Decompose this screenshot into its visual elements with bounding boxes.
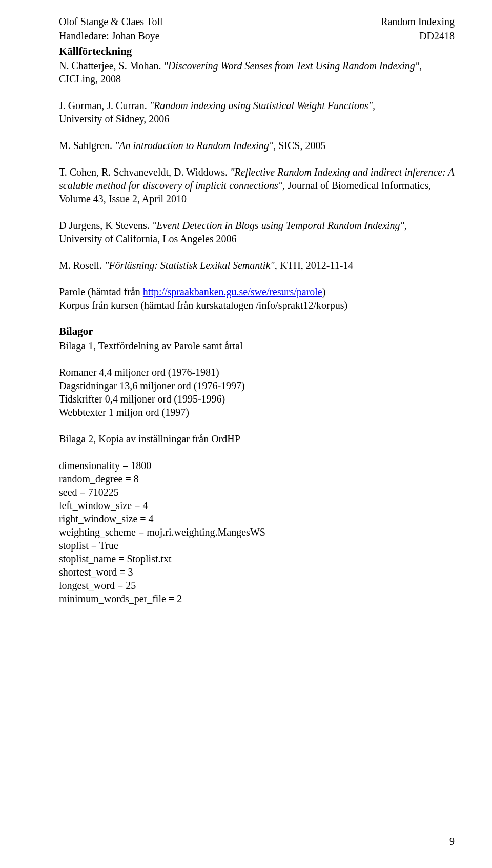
bibliography-heading: Källförteckning bbox=[59, 45, 455, 58]
ref-5: D Jurgens, K Stevens. "Event Detection i… bbox=[59, 219, 455, 245]
bilaga2-title: Bilaga 2, Kopia av inställningar från Or… bbox=[59, 432, 455, 446]
ref-6: M. Rosell. "Förläsning: Statistisk Lexik… bbox=[59, 259, 455, 272]
parole-post: ) bbox=[322, 286, 326, 298]
bilaga1-line4: Webbtexter 1 miljon ord (1997) bbox=[59, 406, 455, 419]
page-number: 9 bbox=[449, 836, 455, 848]
ref-1: N. Chatterjee, S. Mohan. "Discovering Wo… bbox=[59, 59, 455, 86]
bilaga1-title: Bilaga 1, Textfördelning av Parole samt … bbox=[59, 339, 455, 352]
ref-3-venue: SICS, 2005 bbox=[276, 140, 325, 151]
attachments-heading: Bilagor bbox=[59, 325, 455, 338]
ref-3-author: M. Sahlgren. bbox=[59, 140, 115, 151]
ref-1-title: "Discovering Word Senses from Text Using… bbox=[163, 60, 422, 71]
ref-4-author: T. Cohen, R. Schvaneveldt, D. Widdows. bbox=[59, 166, 230, 178]
parole-line1: Parole (hämtad från http://spraakbanken.… bbox=[59, 285, 455, 299]
ref-3: M. Sahlgren. "An introduction to Random … bbox=[59, 139, 455, 152]
ref-4: T. Cohen, R. Schvaneveldt, D. Widdows. "… bbox=[59, 165, 455, 205]
document-body: Källförteckning N. Chatterjee, S. Mohan.… bbox=[59, 45, 455, 605]
ref-5-title: "Event Detection in Blogs using Temporal… bbox=[152, 220, 407, 231]
ref-6-venue: KTH, 2012-11-14 bbox=[277, 260, 354, 271]
setting-shortest-word: shortest_word = 3 bbox=[59, 565, 455, 579]
setting-stoplist: stoplist = True bbox=[59, 539, 455, 552]
setting-weighting-scheme: weighting_scheme = moj.ri.weighting.Mang… bbox=[59, 525, 455, 539]
setting-stoplist-name: stoplist_name = Stoplist.txt bbox=[59, 552, 455, 565]
header-title: Random Indexing bbox=[381, 14, 455, 29]
parole-line2: Korpus från kursen (hämtad från kurskata… bbox=[59, 299, 455, 312]
header-authors: Olof Stange & Claes Toll bbox=[59, 14, 163, 29]
header-handledare: Handledare: Johan Boye bbox=[59, 29, 163, 43]
ref-2-author: J. Gorman, J. Curran. bbox=[59, 100, 150, 111]
ref-2-title: "Random indexing using Statistical Weigh… bbox=[150, 100, 375, 111]
setting-minimum-words-per-file: minimum_words_per_file = 2 bbox=[59, 592, 455, 605]
setting-longest-word: longest_word = 25 bbox=[59, 579, 455, 592]
bilaga1-line1: Romaner 4,4 miljoner ord (1976-1981) bbox=[59, 366, 455, 379]
ref-1-author: N. Chatterjee, S. Mohan. bbox=[59, 60, 163, 71]
bilaga1-line2: Dagstidningar 13,6 miljoner ord (1976-19… bbox=[59, 379, 455, 392]
setting-random-degree: random_degree = 8 bbox=[59, 472, 455, 485]
ref-6-title: "Förläsning: Statistisk Lexikal Semantik… bbox=[105, 260, 277, 271]
setting-left-window-size: left_window_size = 4 bbox=[59, 499, 455, 512]
header-course: DD2418 bbox=[381, 29, 455, 43]
setting-right-window-size: right_window_size = 4 bbox=[59, 512, 455, 525]
parole-link[interactable]: http://spraakbanken.gu.se/swe/resurs/par… bbox=[143, 286, 322, 298]
ref-1-venue: CICLing, 2008 bbox=[59, 73, 121, 84]
ref-2: J. Gorman, J. Curran. "Random indexing u… bbox=[59, 99, 455, 125]
setting-seed: seed = 710225 bbox=[59, 485, 455, 499]
ref-2-venue: University of Sidney, 2006 bbox=[59, 113, 169, 124]
ref-6-author: M. Rosell. bbox=[59, 260, 105, 271]
ref-5-author: D Jurgens, K Stevens. bbox=[59, 220, 152, 231]
page-header: Olof Stange & Claes Toll Handledare: Joh… bbox=[59, 14, 455, 43]
bilaga1-line3: Tidskrifter 0,4 miljoner ord (1995-1996) bbox=[59, 392, 455, 406]
setting-dimensionality: dimensionality = 1800 bbox=[59, 459, 455, 472]
ref-3-title: "An introduction to Random Indexing", bbox=[115, 140, 276, 151]
ref-5-venue: University of California, Los Angeles 20… bbox=[59, 233, 237, 244]
parole-pre: Parole (hämtad från bbox=[59, 286, 143, 298]
